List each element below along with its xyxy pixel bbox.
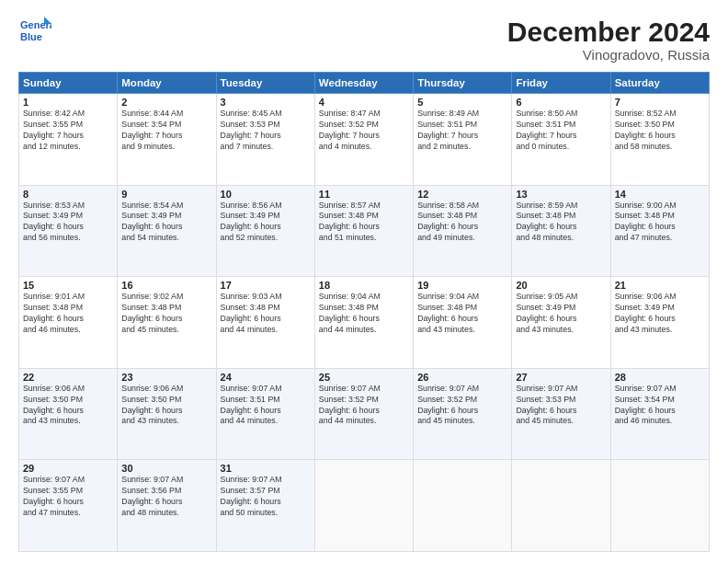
day-details: Sunrise: 8:49 AM Sunset: 3:51 PM Dayligh… [417, 109, 507, 153]
day-details: Sunrise: 9:00 AM Sunset: 3:48 PM Dayligh… [615, 201, 705, 245]
page: General Blue December 2024 Vinogradovo, … [0, 0, 728, 563]
day-number: 10 [221, 189, 311, 200]
day-details: Sunrise: 8:42 AM Sunset: 3:55 PM Dayligh… [23, 109, 113, 153]
calendar-header-row: Sunday Monday Tuesday Wednesday Thursday… [19, 73, 710, 94]
day-number: 19 [417, 280, 507, 291]
col-thursday: Thursday [414, 73, 512, 94]
table-row: 14Sunrise: 9:00 AM Sunset: 3:48 PM Dayli… [610, 185, 709, 277]
day-number: 8 [23, 189, 113, 200]
day-number: 24 [221, 372, 311, 383]
day-number: 16 [121, 280, 211, 291]
col-friday: Friday [512, 73, 610, 94]
table-row: 9Sunrise: 8:54 AM Sunset: 3:49 PM Daylig… [118, 185, 216, 277]
table-row: 21Sunrise: 9:06 AM Sunset: 3:49 PM Dayli… [610, 277, 709, 369]
day-details: Sunrise: 9:06 AM Sunset: 3:50 PM Dayligh… [23, 384, 113, 428]
day-number: 1 [23, 97, 113, 108]
day-number: 29 [23, 463, 113, 474]
table-row [414, 460, 512, 552]
day-number: 30 [121, 463, 211, 474]
day-number: 7 [615, 97, 705, 108]
day-number: 18 [319, 280, 409, 291]
day-details: Sunrise: 8:53 AM Sunset: 3:49 PM Dayligh… [23, 201, 113, 245]
col-sunday: Sunday [19, 73, 118, 94]
day-details: Sunrise: 9:07 AM Sunset: 3:52 PM Dayligh… [417, 384, 507, 428]
day-number: 15 [23, 280, 113, 291]
day-details: Sunrise: 8:59 AM Sunset: 3:48 PM Dayligh… [516, 201, 606, 245]
svg-text:Blue: Blue [20, 31, 42, 42]
table-row: 3Sunrise: 8:45 AM Sunset: 3:53 PM Daylig… [216, 94, 314, 186]
day-number: 23 [121, 372, 211, 383]
logo-svg: General Blue [18, 17, 51, 46]
day-number: 14 [615, 189, 705, 200]
day-details: Sunrise: 9:01 AM Sunset: 3:48 PM Dayligh… [23, 292, 113, 336]
day-number: 22 [23, 372, 113, 383]
day-number: 27 [516, 372, 606, 383]
title-block: December 2024 Vinogradovo, Russia [507, 17, 710, 63]
day-number: 21 [615, 280, 705, 291]
table-row: 26Sunrise: 9:07 AM Sunset: 3:52 PM Dayli… [414, 368, 512, 460]
table-row: 29Sunrise: 9:07 AM Sunset: 3:55 PM Dayli… [19, 460, 118, 552]
table-row: 27Sunrise: 9:07 AM Sunset: 3:53 PM Dayli… [512, 368, 610, 460]
day-details: Sunrise: 9:07 AM Sunset: 3:54 PM Dayligh… [615, 384, 705, 428]
logo: General Blue [18, 17, 51, 46]
table-row: 8Sunrise: 8:53 AM Sunset: 3:49 PM Daylig… [19, 185, 118, 277]
day-number: 4 [319, 97, 409, 108]
day-details: Sunrise: 8:58 AM Sunset: 3:48 PM Dayligh… [417, 201, 507, 245]
table-row: 31Sunrise: 9:07 AM Sunset: 3:57 PM Dayli… [216, 460, 314, 552]
day-details: Sunrise: 9:07 AM Sunset: 3:52 PM Dayligh… [319, 384, 409, 428]
table-row [610, 460, 709, 552]
day-number: 12 [417, 189, 507, 200]
day-details: Sunrise: 9:05 AM Sunset: 3:49 PM Dayligh… [516, 292, 606, 336]
page-subtitle: Vinogradovo, Russia [507, 47, 710, 63]
day-details: Sunrise: 9:04 AM Sunset: 3:48 PM Dayligh… [319, 292, 409, 336]
table-row: 10Sunrise: 8:56 AM Sunset: 3:49 PM Dayli… [216, 185, 314, 277]
day-details: Sunrise: 8:57 AM Sunset: 3:48 PM Dayligh… [319, 201, 409, 245]
day-number: 2 [121, 97, 211, 108]
table-row: 16Sunrise: 9:02 AM Sunset: 3:48 PM Dayli… [118, 277, 216, 369]
col-monday: Monday [118, 73, 216, 94]
table-row: 13Sunrise: 8:59 AM Sunset: 3:48 PM Dayli… [512, 185, 610, 277]
table-row: 2Sunrise: 8:44 AM Sunset: 3:54 PM Daylig… [118, 94, 216, 186]
day-details: Sunrise: 9:06 AM Sunset: 3:50 PM Dayligh… [121, 384, 211, 428]
table-row: 25Sunrise: 9:07 AM Sunset: 3:52 PM Dayli… [314, 368, 413, 460]
table-row: 28Sunrise: 9:07 AM Sunset: 3:54 PM Dayli… [610, 368, 709, 460]
table-row: 4Sunrise: 8:47 AM Sunset: 3:52 PM Daylig… [314, 94, 413, 186]
calendar-table: Sunday Monday Tuesday Wednesday Thursday… [18, 72, 710, 552]
col-tuesday: Tuesday [216, 73, 314, 94]
day-number: 6 [516, 97, 606, 108]
col-wednesday: Wednesday [314, 73, 413, 94]
table-row: 5Sunrise: 8:49 AM Sunset: 3:51 PM Daylig… [414, 94, 512, 186]
day-number: 25 [319, 372, 409, 383]
day-details: Sunrise: 8:45 AM Sunset: 3:53 PM Dayligh… [221, 109, 311, 153]
table-row: 18Sunrise: 9:04 AM Sunset: 3:48 PM Dayli… [314, 277, 413, 369]
day-details: Sunrise: 9:02 AM Sunset: 3:48 PM Dayligh… [121, 292, 211, 336]
day-details: Sunrise: 9:07 AM Sunset: 3:57 PM Dayligh… [221, 475, 311, 519]
day-details: Sunrise: 9:07 AM Sunset: 3:51 PM Dayligh… [221, 384, 311, 428]
table-row: 30Sunrise: 9:07 AM Sunset: 3:56 PM Dayli… [118, 460, 216, 552]
day-details: Sunrise: 8:50 AM Sunset: 3:51 PM Dayligh… [516, 109, 606, 153]
table-row [512, 460, 610, 552]
page-title: December 2024 [507, 17, 710, 47]
day-details: Sunrise: 8:44 AM Sunset: 3:54 PM Dayligh… [121, 109, 211, 153]
day-number: 11 [319, 189, 409, 200]
table-row: 15Sunrise: 9:01 AM Sunset: 3:48 PM Dayli… [19, 277, 118, 369]
day-details: Sunrise: 8:56 AM Sunset: 3:49 PM Dayligh… [221, 201, 311, 245]
table-row: 12Sunrise: 8:58 AM Sunset: 3:48 PM Dayli… [414, 185, 512, 277]
day-number: 13 [516, 189, 606, 200]
day-details: Sunrise: 9:07 AM Sunset: 3:56 PM Dayligh… [121, 475, 211, 519]
day-details: Sunrise: 9:07 AM Sunset: 3:55 PM Dayligh… [23, 475, 113, 519]
day-number: 17 [221, 280, 311, 291]
table-row: 24Sunrise: 9:07 AM Sunset: 3:51 PM Dayli… [216, 368, 314, 460]
day-number: 5 [417, 97, 507, 108]
day-details: Sunrise: 9:07 AM Sunset: 3:53 PM Dayligh… [516, 384, 606, 428]
day-details: Sunrise: 9:04 AM Sunset: 3:48 PM Dayligh… [417, 292, 507, 336]
table-row: 6Sunrise: 8:50 AM Sunset: 3:51 PM Daylig… [512, 94, 610, 186]
day-details: Sunrise: 8:54 AM Sunset: 3:49 PM Dayligh… [121, 201, 211, 245]
header: General Blue December 2024 Vinogradovo, … [18, 17, 710, 63]
day-number: 26 [417, 372, 507, 383]
table-row: 17Sunrise: 9:03 AM Sunset: 3:48 PM Dayli… [216, 277, 314, 369]
day-number: 3 [221, 97, 311, 108]
table-row: 19Sunrise: 9:04 AM Sunset: 3:48 PM Dayli… [414, 277, 512, 369]
day-details: Sunrise: 8:52 AM Sunset: 3:50 PM Dayligh… [615, 109, 705, 153]
table-row: 20Sunrise: 9:05 AM Sunset: 3:49 PM Dayli… [512, 277, 610, 369]
